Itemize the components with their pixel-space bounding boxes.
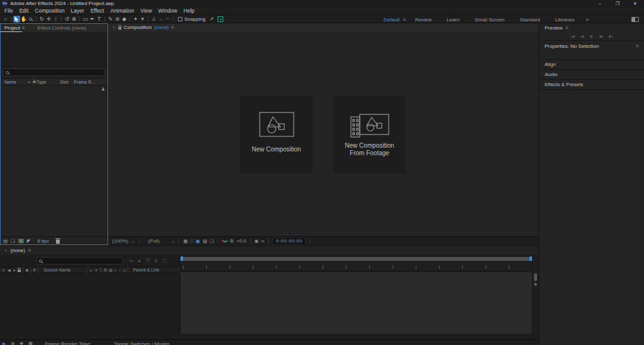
next-frame-button[interactable]: |▶ <box>599 34 604 39</box>
number-column[interactable]: # <box>33 268 36 272</box>
eye-icon[interactable]: ⊙ <box>2 268 5 272</box>
new-composition-from-footage-button[interactable]: New Composition From Footage <box>333 96 406 173</box>
workspace-overflow-icon[interactable]: » <box>586 17 588 23</box>
effect-icon[interactable]: ◐ <box>114 268 117 272</box>
timeline-menu-icon[interactable]: ≡ <box>28 248 31 253</box>
fx-icon[interactable]: fx <box>104 268 107 272</box>
status-icon-2[interactable]: ⊕ <box>11 341 14 345</box>
audio-panel-header[interactable]: Audio <box>540 70 644 80</box>
column-size[interactable]: Size <box>60 80 69 84</box>
lock-icon[interactable] <box>18 270 21 272</box>
menu-file[interactable]: File <box>1 8 16 14</box>
puppet-pin-tool[interactable]: ✶ <box>139 15 146 23</box>
color-depth-button[interactable]: 8 bpc <box>38 238 49 244</box>
minimize-button[interactable]: – <box>591 1 609 6</box>
3d-layer-icon[interactable]: ◻ <box>123 268 126 272</box>
transparency-grid-icon[interactable]: ▨ <box>203 238 207 244</box>
menu-animation[interactable]: Animation <box>107 8 137 14</box>
pan-behind-tool[interactable]: ⊕ <box>70 15 77 23</box>
composition-panel-menu-icon[interactable]: ≡ <box>171 25 174 30</box>
scrollbar-handle[interactable] <box>534 273 537 281</box>
restore-button[interactable]: ❐ <box>609 1 626 6</box>
workspace-tab-review[interactable]: Review <box>409 17 440 23</box>
quality-icon[interactable]: ▥ <box>109 268 113 272</box>
column-frame-rate[interactable]: Frame R... <box>74 80 95 84</box>
preview-menu-icon[interactable]: ≡ <box>565 25 569 31</box>
preview-options-icon[interactable]: ❑ <box>209 238 214 244</box>
sort-ascending-icon[interactable]: ▲ <box>28 80 31 84</box>
motion-blur-icon[interactable]: ▢ <box>162 258 167 263</box>
source-name-column[interactable]: Source Name <box>40 268 75 272</box>
scale-around-center-icon[interactable]: ↗ <box>208 15 215 23</box>
menu-window[interactable]: Window <box>155 8 180 14</box>
dolly-tool[interactable]: ↕ <box>52 15 59 23</box>
tab-project[interactable]: Project <box>1 24 22 32</box>
rotation-tool[interactable]: ↺ <box>64 15 70 23</box>
adjust-icon[interactable]: ◤ <box>27 238 31 244</box>
close-button[interactable]: ✕ <box>626 1 644 6</box>
resolution-gear-icon[interactable]: ⚙ <box>230 238 234 244</box>
workspace-search-icon[interactable] <box>631 17 639 22</box>
column-name[interactable]: Name <box>1 80 16 84</box>
time-ruler[interactable] <box>180 261 532 271</box>
hand-tool[interactable]: ✋ <box>20 15 27 23</box>
timeline-vertical-scrollbar[interactable]: ❖ <box>532 255 538 334</box>
roto-brush-tool[interactable]: ✦ <box>132 15 139 23</box>
menu-layer[interactable]: Layer <box>68 8 87 14</box>
toggle-switches-modes-button[interactable]: Toggle Switches / Modes <box>114 341 170 345</box>
show-snapshot-icon[interactable]: ∞ <box>261 238 264 244</box>
project-item-list[interactable]: ♟ <box>1 85 108 236</box>
collapse-transformations-icon[interactable]: ✳ <box>95 268 98 272</box>
timeline-search-input[interactable] <box>36 257 123 265</box>
timeline-canvas[interactable] <box>180 272 532 334</box>
column-type[interactable]: Type <box>36 80 46 84</box>
workspace-tab-small-screen[interactable]: Small Screen <box>469 17 514 23</box>
draw-icon[interactable]: ╲ <box>100 268 103 272</box>
interpret-footage-icon[interactable]: ▤ <box>3 238 8 244</box>
frame-blending-icon[interactable]: ⊘ <box>154 258 158 263</box>
tab-composition[interactable]: Composition <box>124 25 152 30</box>
solo-icon[interactable]: ● <box>13 268 16 272</box>
mask-visibility-icon[interactable]: □ <box>191 238 194 244</box>
magnification-dropdown[interactable]: (100%) <box>112 238 128 244</box>
properties-menu-icon[interactable]: ≡ <box>636 43 639 49</box>
lock-icon[interactable] <box>118 27 121 30</box>
parent-link-column[interactable]: Parent & Link <box>130 268 162 272</box>
new-composition-icon[interactable] <box>18 239 24 243</box>
close-tab-icon[interactable]: × <box>113 25 116 30</box>
new-folder-icon[interactable]: ❏ <box>11 238 15 244</box>
selection-tool[interactable] <box>13 16 20 23</box>
zoom-tool[interactable] <box>27 15 34 23</box>
preview-timecode[interactable]: 0:00:00:00 <box>272 238 306 245</box>
menu-view[interactable]: View <box>137 8 155 14</box>
status-icon-3[interactable]: ✥ <box>19 341 23 345</box>
menu-edit[interactable]: Edit <box>16 8 32 14</box>
effects-presets-panel-header[interactable]: Effects & Presets <box>540 80 644 90</box>
brush-tool[interactable]: ✎ <box>107 15 114 23</box>
menu-effect[interactable]: Effect <box>87 8 108 14</box>
play-button[interactable]: ▶ <box>591 34 594 39</box>
hide-shy-layers-icon[interactable]: ❐ <box>146 258 150 263</box>
status-flow-icon[interactable]: ▶ <box>3 341 6 345</box>
chevron-down-icon[interactable]: ⌄ <box>171 238 175 244</box>
eraser-tool[interactable]: ◆ <box>121 15 128 23</box>
menu-composition[interactable]: Composition <box>31 8 67 14</box>
new-composition-button[interactable]: New Composition <box>240 96 313 173</box>
motion-blur-switch-icon[interactable]: ○ <box>119 268 121 272</box>
type-tool[interactable]: T <box>96 15 103 23</box>
snapping-checkbox[interactable] <box>178 17 182 21</box>
comp-marker-icon[interactable]: ❖ <box>533 282 538 287</box>
3d-gizmo-icon[interactable] <box>218 16 223 22</box>
home-icon[interactable]: ⌂ <box>2 15 9 23</box>
workspace-menu-icon[interactable]: ≡ <box>403 17 406 23</box>
trash-icon[interactable] <box>56 239 60 244</box>
pen-tool[interactable]: ✒ <box>89 15 96 23</box>
draft-3d-icon[interactable]: ▲ <box>137 258 142 263</box>
clone-stamp-tool[interactable]: ⊚ <box>114 15 121 23</box>
region-of-interest-icon[interactable]: ▣ <box>196 238 200 244</box>
status-icon-4[interactable]: ▤ <box>28 341 33 345</box>
project-search-input[interactable] <box>3 68 105 76</box>
label-column-icon[interactable]: ◈ <box>25 268 28 273</box>
resolution-dropdown[interactable]: (Full) <box>148 238 160 244</box>
workspace-tab-learn[interactable]: Learn <box>440 17 468 23</box>
